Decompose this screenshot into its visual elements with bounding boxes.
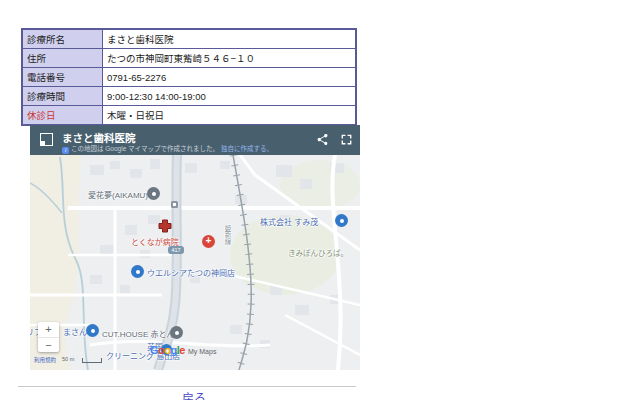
poi-label-aikamu: 愛花夢(AIKAMU) xyxy=(88,189,148,200)
banner-text: この地図は Google マイマップで作成されました。 xyxy=(71,145,219,152)
table-row: 休診日 木曜・日祝日 xyxy=(22,106,356,126)
cut-house-marker-icon[interactable] xyxy=(170,326,183,339)
row-value-address: たつの市神岡町東觜崎５４６−１０ xyxy=(103,49,357,68)
route-417-shield: 417 xyxy=(168,246,184,254)
welcia-marker-icon[interactable] xyxy=(131,265,144,278)
table-row: 電話番号 0791-65-2276 xyxy=(22,68,356,87)
zoom-in-button[interactable]: + xyxy=(38,322,59,337)
create-own-map-link[interactable]: 独自に作成する。 xyxy=(221,145,273,152)
map-canvas[interactable]: 愛花夢(AIKAMU) とくなが病院 + 417 株式会社 すみ茂 きみぼんひろ… xyxy=(30,155,360,370)
info-icon: i xyxy=(62,147,69,154)
map-zoom-control: + − xyxy=(38,322,59,352)
aikamu-marker-icon[interactable] xyxy=(147,187,160,200)
map-terms-link[interactable]: 利用規約 xyxy=(34,356,56,364)
map-base-layer xyxy=(30,155,360,370)
my-maps-watermark: My Maps xyxy=(188,348,216,355)
poi-label-masan: まさん xyxy=(63,326,87,337)
table-row: 診療所名 まさと歯科医院 xyxy=(22,29,356,49)
row-label-clinic-name: 診療所名 xyxy=(22,29,103,49)
zoom-out-button[interactable]: − xyxy=(38,337,59,353)
store-marker-icon[interactable] xyxy=(335,214,348,227)
fullscreen-icon[interactable] xyxy=(340,133,353,146)
row-value-closed-days: 木曜・日祝日 xyxy=(103,106,357,126)
row-value-hours: 9:00-12:30 14:00-19:00 xyxy=(103,87,357,106)
share-icon[interactable] xyxy=(316,133,329,146)
poi-label-welcia: ウエルシアたつの神岡店 xyxy=(147,267,235,278)
back-link[interactable]: 戻る xyxy=(182,389,206,400)
row-value-clinic-name: まさと歯科医院 xyxy=(103,29,357,49)
clinic-cross-marker-icon[interactable] xyxy=(158,219,172,233)
footer-divider xyxy=(18,386,356,387)
row-label-hours: 診療時間 xyxy=(22,87,103,106)
google-logo: Google xyxy=(150,344,185,356)
map-banner: iこの地図は Google マイマップで作成されました。 独自に作成する。 xyxy=(62,143,273,154)
legend-toggle-icon[interactable] xyxy=(40,133,53,146)
bus-stop-icon[interactable] xyxy=(171,201,178,208)
row-value-phone: 0791-65-2276 xyxy=(103,68,357,87)
poi-label-kimibon-park: きみぼんひろば。 xyxy=(288,247,348,258)
hospital-marker-icon[interactable]: + xyxy=(202,235,215,248)
clinic-info-table: 診療所名 まさと歯科医院 住所 たつの市神岡町東觜崎５４６−１０ 電話番号 07… xyxy=(21,28,357,126)
masan-marker-icon[interactable] xyxy=(86,324,99,337)
embedded-map: まさと歯科医院 iこの地図は Google マイマップで作成されました。 独自に… xyxy=(30,125,360,370)
map-header: まさと歯科医院 iこの地図は Google マイマップで作成されました。 独自に… xyxy=(30,125,360,155)
row-label-address: 住所 xyxy=(22,49,103,68)
railway-line-label: 姫新線 xyxy=(222,225,232,245)
map-scale-bar xyxy=(82,358,102,363)
table-row: 診療時間 9:00-12:30 14:00-19:00 xyxy=(22,87,356,106)
map-scale-label: 50 m xyxy=(62,356,74,362)
row-label-closed-days: 休診日 xyxy=(22,106,103,126)
poi-label-sumi-company: 株式会社 すみ茂 xyxy=(260,216,318,227)
row-label-phone: 電話番号 xyxy=(22,68,103,87)
table-row: 住所 たつの市神岡町東觜崎５４６−１０ xyxy=(22,49,356,68)
